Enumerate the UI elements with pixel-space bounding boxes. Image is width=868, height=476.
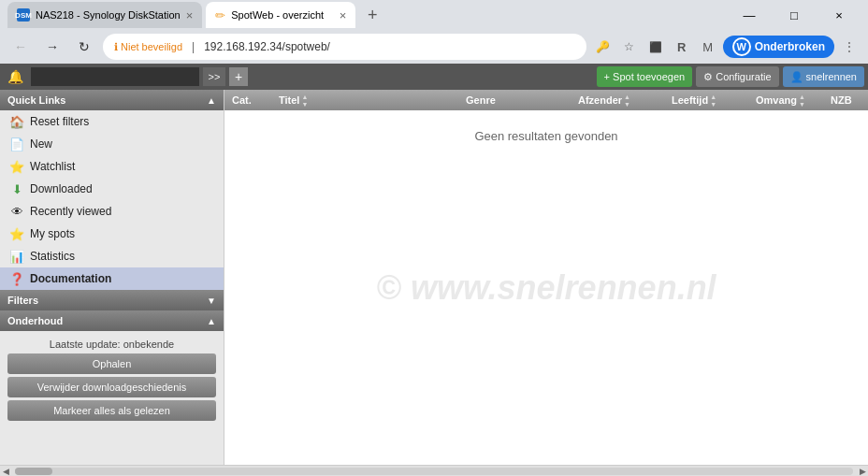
- quicklinks-toggle: ▲: [207, 95, 216, 106]
- onderhoud-header[interactable]: Onderhoud ▲: [0, 310, 224, 331]
- col-leeftijd-label: Leeftijd: [672, 94, 708, 106]
- sidebar-label-reset-filters: Reset filters: [30, 115, 89, 128]
- afzender-sort[interactable]: ▲▼: [624, 94, 630, 108]
- col-genre: Genre: [462, 94, 574, 106]
- markeer-button[interactable]: Markeer alles als gelezen: [7, 400, 216, 421]
- bottom-scrollbar[interactable]: ◀ ▶: [0, 465, 868, 476]
- configuratie-button[interactable]: ⚙ Configuratie: [696, 66, 778, 87]
- documentation-icon: ❓: [9, 271, 24, 286]
- col-cat-label: Cat.: [232, 94, 252, 106]
- statistics-icon: 📊: [9, 249, 24, 264]
- tab-nas[interactable]: DSM NAS218 - Synology DiskStation ×: [7, 2, 202, 28]
- sidebar-label-my-spots: My spots: [30, 227, 75, 240]
- col-afzender[interactable]: Afzender ▲▼: [574, 94, 668, 108]
- col-afzender-label: Afzender: [578, 94, 622, 106]
- tab-spotweb-label: SpotWeb - overzicht: [231, 9, 324, 21]
- titel-sort[interactable]: ▲▼: [301, 94, 308, 108]
- no-results-text: Geen resultaten gevonden: [224, 110, 868, 162]
- address-bar: ← → ↻ ℹ Niet beveiligd | 192.168.192.34/…: [0, 30, 868, 64]
- search-input[interactable]: [31, 67, 199, 86]
- gmail-icon[interactable]: M: [697, 36, 719, 58]
- scroll-right[interactable]: ▶: [857, 466, 868, 477]
- tablet-icon[interactable]: ⬛: [644, 36, 667, 58]
- scroll-left[interactable]: ◀: [0, 466, 11, 477]
- main-content: Quick Links ▲ 🏠 Reset filters 📄 New ⭐ Wa…: [0, 90, 868, 465]
- sidebar-item-recently-viewed[interactable]: 👁 Recently viewed: [0, 200, 224, 223]
- leeftijd-sort[interactable]: ▲▼: [710, 94, 716, 108]
- sidebar-label-new: New: [30, 137, 52, 151]
- scrollbar-track[interactable]: [15, 468, 853, 475]
- filters-toggle: ▼: [207, 296, 216, 306]
- maximize-button[interactable]: □: [773, 0, 816, 30]
- arrow-button[interactable]: >>: [203, 67, 225, 86]
- sidebar-label-recently-viewed: Recently viewed: [30, 205, 111, 218]
- ophalen-button[interactable]: Ophalen: [7, 353, 216, 374]
- new-tab-button[interactable]: +: [359, 2, 385, 28]
- sidebar-item-reset-filters[interactable]: 🏠 Reset filters: [0, 110, 224, 133]
- quicklinks-label: Quick Links: [7, 94, 65, 106]
- filters-header[interactable]: Filters ▼: [0, 290, 224, 310]
- close-button[interactable]: ×: [817, 0, 861, 30]
- verwijder-button[interactable]: Verwijder downloadgeschiedenis: [7, 377, 216, 397]
- col-leeftijd[interactable]: Leeftijd ▲▼: [668, 94, 752, 108]
- address-input[interactable]: ℹ Niet beveiligd | 192.168.192.34/spotwe…: [103, 34, 586, 60]
- quicklinks-header[interactable]: Quick Links ▲: [0, 90, 224, 110]
- eye-icon: 👁: [9, 204, 24, 219]
- not-secure-icon: ℹ Niet beveiligd: [114, 41, 182, 53]
- scrollbar-thumb[interactable]: [15, 468, 52, 475]
- window-controls: — □ ×: [728, 0, 861, 30]
- sidebar-item-new[interactable]: 📄 New: [0, 133, 224, 155]
- omvang-sort[interactable]: ▲▼: [799, 94, 805, 108]
- spot-toevoegen-button[interactable]: + Spot toevoegen: [597, 66, 693, 87]
- title-bar: DSM NAS218 - Synology DiskStation × ✏ Sp…: [0, 0, 868, 30]
- sidebar-label-watchlist: Watchlist: [30, 160, 75, 173]
- star-icon[interactable]: ☆: [618, 36, 641, 58]
- download-icon: ⬇: [9, 181, 24, 196]
- watermark: © www.snelrennen.nl: [376, 268, 716, 308]
- plus-button[interactable]: +: [229, 67, 248, 86]
- sidebar-label-statistics: Statistics: [30, 250, 75, 263]
- onderhoud-toggle: ▲: [207, 316, 216, 326]
- sidebar-item-my-spots[interactable]: ⭐ My spots: [0, 223, 224, 245]
- filters-label: Filters: [7, 295, 38, 306]
- extension-icon[interactable]: R: [671, 36, 693, 58]
- profile-label: Onderbroken: [755, 40, 825, 53]
- sidebar-item-downloaded[interactable]: ⬇ Downloaded: [0, 178, 224, 200]
- sidebar: Quick Links ▲ 🏠 Reset filters 📄 New ⭐ Wa…: [0, 90, 224, 465]
- menu-icon[interactable]: ⋮: [838, 36, 861, 58]
- toolbar-actions: + Spot toevoegen ⚙ Configuratie 👤 snelre…: [597, 66, 864, 87]
- new-icon: 📄: [9, 137, 24, 151]
- forward-button[interactable]: →: [39, 34, 65, 60]
- profile-button[interactable]: W Onderbroken: [723, 36, 834, 58]
- tab-spotweb-close[interactable]: ×: [340, 8, 347, 22]
- nas-favicon: DSM: [17, 8, 30, 22]
- sidebar-label-documentation: Documentation: [30, 272, 111, 285]
- watchlist-icon: ⭐: [9, 159, 24, 174]
- col-nzb: NZB: [827, 94, 864, 106]
- col-titel[interactable]: Titel ▲▼: [275, 94, 462, 108]
- lock-icon: ℹ: [114, 41, 118, 53]
- col-cat: Cat.: [228, 94, 275, 106]
- app-container: 🔔 >> + + Spot toevoegen ⚙ Configuratie 👤…: [0, 64, 868, 476]
- back-button[interactable]: ←: [7, 34, 34, 60]
- sidebar-item-documentation[interactable]: ❓ Documentation: [0, 267, 224, 290]
- laatste-update-text: Laatste update: onbekende: [7, 339, 216, 350]
- app-toolbar: 🔔 >> + + Spot toevoegen ⚙ Configuratie 👤…: [0, 64, 868, 90]
- col-nzb-label: NZB: [831, 94, 852, 106]
- tab-nas-label: NAS218 - Synology DiskStation: [36, 9, 181, 21]
- sidebar-label-downloaded: Downloaded: [30, 182, 93, 195]
- onderhoud-section: Laatste update: onbekende Ophalen Verwij…: [0, 331, 224, 431]
- home-icon: 🏠: [9, 114, 24, 129]
- reload-button[interactable]: ↻: [71, 34, 97, 60]
- col-omvang[interactable]: Omvang ▲▼: [752, 94, 827, 108]
- snelrennen-button[interactable]: 👤 snelrennen: [783, 66, 865, 87]
- content-area: Cat. Titel ▲▼ Genre Afzender ▲▼ Leeftijd…: [224, 90, 868, 465]
- sidebar-item-watchlist[interactable]: ⭐ Watchlist: [0, 155, 224, 178]
- minimize-button[interactable]: —: [728, 0, 771, 30]
- tab-nas-close[interactable]: ×: [186, 8, 194, 22]
- spotweb-favicon: ✏: [215, 8, 225, 22]
- tab-spotweb[interactable]: ✏ SpotWeb - overzicht ×: [206, 2, 355, 28]
- address-icons: 🔑 ☆ ⬛ R M W Onderbroken ⋮: [592, 36, 861, 58]
- key-icon[interactable]: 🔑: [592, 36, 615, 58]
- sidebar-item-statistics[interactable]: 📊 Statistics: [0, 245, 224, 267]
